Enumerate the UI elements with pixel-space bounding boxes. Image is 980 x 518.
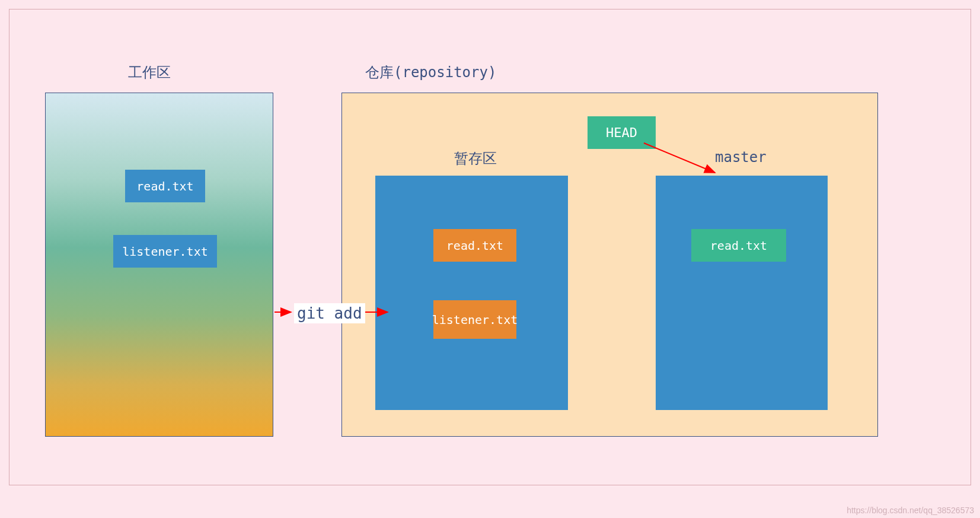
repository-title: 仓库(repository) <box>365 63 496 82</box>
staging-file-read: read.txt <box>433 229 516 262</box>
master-area-box <box>656 176 828 410</box>
arrow-git-add-left <box>273 306 297 318</box>
master-file-read: read.txt <box>691 229 786 262</box>
working-area-file-listener: listener.txt <box>113 235 217 268</box>
watermark-text: https://blog.csdn.net/qq_38526573 <box>847 506 974 515</box>
staging-area-box <box>375 176 568 410</box>
staging-area-title: 暂存区 <box>454 149 497 168</box>
git-add-command: git add <box>294 303 365 323</box>
arrow-git-add-right <box>364 306 394 318</box>
working-area-file-read: read.txt <box>125 170 205 202</box>
working-area-title: 工作区 <box>128 63 171 82</box>
svg-line-1 <box>644 143 715 173</box>
arrow-head-to-master <box>638 137 724 182</box>
diagram-container: 工作区 仓库(repository) 暂存区 master read.txt l… <box>9 9 971 485</box>
staging-file-listener: listener.txt <box>433 300 516 339</box>
